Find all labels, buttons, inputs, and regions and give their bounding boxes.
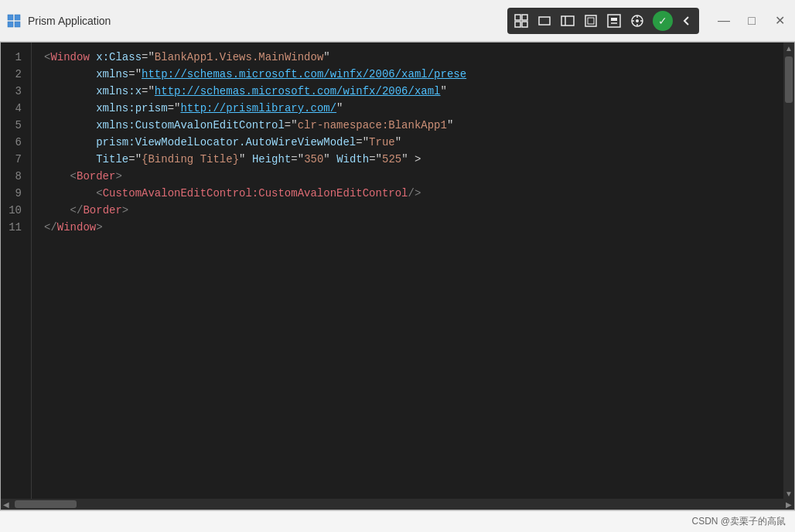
toolbar-btn-check[interactable]: ✓ [653,11,673,31]
element-window-1: Window [50,49,89,66]
vertical-scrollbar[interactable]: ▲ ▼ [783,43,794,499]
code-line-1: <Window x:Class="BlankApp1.Views.MainWin… [44,49,783,66]
scroll-track-h[interactable] [12,499,783,510]
xmlns-link-3[interactable]: http://prismlibrary.com/ [180,100,336,117]
minimize-button[interactable]: — [715,12,733,30]
svg-rect-3 [15,22,20,27]
horizontal-scrollbar[interactable]: ◀ ▶ [1,499,794,510]
main-window: 1 2 3 4 5 6 7 8 9 10 11 <Window x:Class=… [0,42,795,510]
line-num-1: 1 [7,49,22,66]
line-num-8: 8 [7,168,22,185]
code-line-2: xmlns="http://schemas.microsoft.com/winf… [44,66,783,83]
line-num-7: 7 [7,151,22,168]
svg-rect-2 [8,22,13,27]
toolbar-btn-3[interactable] [560,13,575,29]
scroll-thumb-v[interactable] [785,56,793,103]
code-line-7: Title="{Binding Title}" Height="350" Wid… [44,151,783,168]
line-num-10: 10 [7,202,22,219]
titlebar: Prism Application [0,0,795,42]
svg-rect-0 [8,15,13,20]
status-bar: CSDN @卖栗子的高鼠 [0,510,795,532]
scroll-down-arrow[interactable]: ▼ [783,488,794,499]
code-editor[interactable]: 1 2 3 4 5 6 7 8 9 10 11 <Window x:Class=… [1,43,794,499]
tag-open-1: < [44,49,50,66]
svg-rect-5 [522,15,527,20]
code-line-11: </Window> [44,219,783,236]
toolbar-btn-5[interactable] [606,13,622,29]
scroll-thumb-h[interactable] [15,500,77,508]
code-line-9: <CustomAvalonEditControl:CustomAvalonEdi… [44,185,783,202]
line-num-11: 11 [7,219,22,236]
app-icon [6,13,22,29]
toolbar-btn-2[interactable] [537,13,552,29]
svg-rect-8 [539,17,550,25]
code-line-6: prism:ViewModelLocator.AutoWireViewModel… [44,134,783,151]
xmlns-link-1[interactable]: http://schemas.microsoft.com/winfx/2006/… [142,66,466,83]
scroll-right-arrow[interactable]: ▶ [783,499,794,510]
svg-rect-7 [522,22,527,27]
xmlns-link-2[interactable]: http://schemas.microsoft.com/winfx/2006/… [155,83,441,100]
code-line-5: xmlns:CustomAvalonEditControl="clr-names… [44,117,783,134]
svg-rect-1 [15,15,20,20]
line-num-9: 9 [7,185,22,202]
code-content[interactable]: <Window x:Class="BlankApp1.Views.MainWin… [32,43,783,499]
close-button[interactable]: ✕ [770,12,789,30]
status-text: CSDN @卖栗子的高鼠 [691,515,786,528]
line-num-3: 3 [7,83,22,100]
toolbar-btn-back[interactable] [681,15,693,27]
window-controls: — □ ✕ [715,12,789,30]
window-title: Prism Application [28,15,507,27]
scroll-up-arrow[interactable]: ▲ [783,43,794,53]
svg-rect-14 [611,18,617,21]
line-num-6: 6 [7,134,22,151]
svg-rect-12 [588,18,594,24]
toolbar-btn-1[interactable] [514,13,529,29]
line-num-5: 5 [7,117,22,134]
code-line-3: xmlns:x="http://schemas.microsoft.com/wi… [44,83,783,100]
scroll-left-arrow[interactable]: ◀ [1,499,12,510]
main-toolbar: ✓ [507,8,699,34]
toolbar-btn-6[interactable] [630,13,645,29]
line-num-4: 4 [7,100,22,117]
svg-rect-6 [515,22,520,27]
toolbar-btn-4[interactable] [583,13,599,29]
maximize-button[interactable]: □ [742,12,761,30]
svg-rect-4 [515,15,520,20]
svg-point-17 [636,19,639,22]
code-line-4: xmlns:prism="http://prismlibrary.com/" [44,100,783,117]
line-num-2: 2 [7,66,22,83]
svg-rect-9 [561,16,574,26]
code-line-10: </Border> [44,202,783,219]
line-numbers: 1 2 3 4 5 6 7 8 9 10 11 [1,43,32,499]
svg-rect-11 [585,15,596,26]
code-line-8: <Border> [44,168,783,185]
